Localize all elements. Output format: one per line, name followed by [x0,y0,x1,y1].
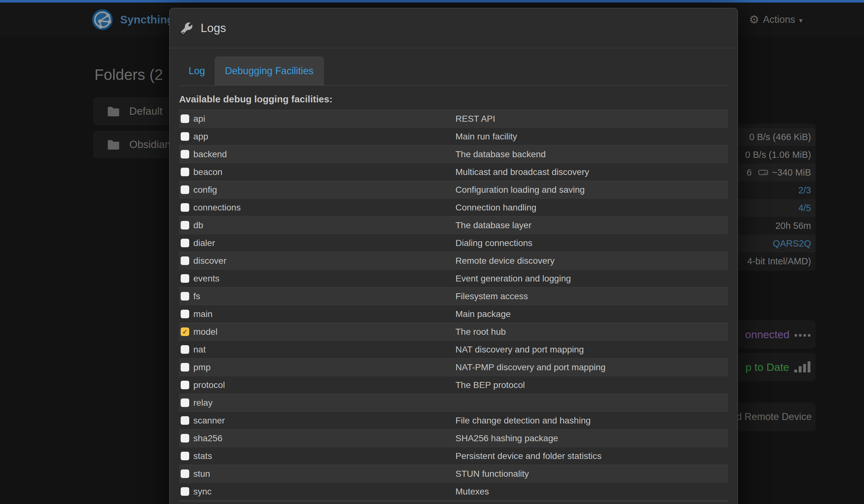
facility-name: stats [193,451,212,461]
facility-name: backend [193,149,227,159]
facility-description: Main run facility [455,132,728,142]
facility-description: Multicast and broadcast discovery [455,167,728,177]
facility-row: ✓modelThe root hub [179,323,728,340]
facility-row: dialerDialing connections [179,234,728,252]
facility-description: Persistent device and folder statistics [455,451,728,461]
facility-row: stunSTUN functionality [179,465,728,482]
facility-row: eventsEvent generation and logging [179,269,728,287]
facility-checkbox-backend[interactable] [181,150,189,158]
facility-name: stun [193,469,210,479]
facility-checkbox-api[interactable] [181,115,189,123]
facility-row: configConfiguration loading and saving [179,181,728,199]
facility-checkbox-stats[interactable] [181,452,189,460]
facility-row: mainMain package [179,305,728,323]
facility-name: sha256 [193,433,223,443]
facility-row: natNAT discovery and port mapping [179,340,728,358]
facility-description: NAT-PMP discovery and port mapping [455,362,728,372]
facility-row: fsFilesystem access [179,287,728,305]
facility-checkbox-events[interactable] [181,274,189,283]
facility-row: backendThe database backend [179,145,728,163]
facility-checkbox-dialer[interactable] [181,239,189,247]
facility-description: REST API [455,114,728,124]
facility-checkbox-beacon[interactable] [181,168,189,176]
facility-name-cell: fs [179,291,455,301]
facility-name-cell: api [179,114,455,124]
facility-description: Configuration loading and saving [455,185,728,195]
facility-name-cell: sync [179,487,455,497]
app-root: Syncthing ⚙ Actions ▾ Folders (2 Default… [0,0,864,504]
facility-checkbox-app[interactable] [181,132,189,141]
logs-modal: Logs Log Debugging Facilities Available … [169,8,738,504]
facility-description: STUN functionality [455,469,728,479]
facility-row: discoverRemote device discovery [179,252,728,269]
facility-row-partial [179,500,728,502]
facility-row: syncMutexes [179,482,728,500]
facility-row: beaconMulticast and broadcast discovery [179,163,728,181]
facility-description: Event generation and logging [455,274,728,284]
facility-description: Remote device discovery [455,256,728,266]
facility-name-cell: connections [179,203,455,213]
facility-row: apiREST API [179,110,728,128]
facility-checkbox-relay[interactable] [181,398,189,407]
facility-description: Mutexes [455,487,728,497]
facility-description: The database backend [455,149,728,159]
facility-name: beacon [193,167,223,177]
facility-checkbox-pmp[interactable] [181,363,189,372]
facility-checkbox-discover[interactable] [181,256,189,265]
facility-checkbox-stun[interactable] [181,469,189,478]
modal-title: Logs [201,22,226,35]
facility-name: fs [193,291,200,301]
facility-name: events [193,274,220,284]
facility-name-cell: ✓model [179,327,455,337]
facility-name: dialer [193,238,215,248]
modal-header: Logs [170,8,737,48]
facility-checkbox-sync[interactable] [181,487,189,496]
facility-name-cell: main [179,309,455,319]
facility-checkbox-connections[interactable] [181,203,189,212]
facility-name-cell: beacon [179,167,455,177]
facility-description: SHA256 hashing package [455,433,728,443]
facility-checkbox-db[interactable] [181,221,189,229]
facility-name-cell: discover [179,256,455,266]
facility-name-cell: app [179,132,455,142]
facility-name-cell: relay [179,398,455,408]
facility-description: Dialing connections [455,238,728,248]
facility-name: model [193,327,217,337]
facility-name: scanner [193,416,225,426]
facility-name-cell: nat [179,345,455,355]
facility-description: File change detection and hashing [455,416,728,426]
facility-checkbox-model[interactable]: ✓ [181,327,189,336]
facility-row: dbThe database layer [179,216,728,234]
facility-row: scannerFile change detection and hashing [179,411,728,429]
facility-name-cell: dialer [179,238,455,248]
facility-checkbox-nat[interactable] [181,345,189,354]
facility-checkbox-fs[interactable] [181,292,189,300]
facility-name-cell: stats [179,451,455,461]
facility-name: nat [193,345,206,355]
facility-checkbox-main[interactable] [181,310,189,318]
facility-description: The database layer [455,220,728,230]
tab-debugging-facilities[interactable]: Debugging Facilities [215,57,324,85]
facility-row: statsPersistent device and folder statis… [179,447,728,465]
facility-name-cell: backend [179,149,455,159]
facility-checkbox-sha256[interactable] [181,434,189,443]
facility-name: discover [193,256,226,266]
facility-name: relay [193,398,213,408]
wrench-icon [181,23,192,34]
facility-row: protocolThe BEP protocol [179,376,728,394]
facility-name: protocol [193,380,225,390]
facilities-table: apiREST APIappMain run facilitybackendTh… [179,110,728,502]
tab-log[interactable]: Log [179,57,215,85]
facility-checkbox-config[interactable] [181,185,189,194]
facility-checkbox-protocol[interactable] [181,381,189,389]
facility-row: pmpNAT-PMP discovery and port mapping [179,358,728,376]
facility-row: relay [179,394,728,411]
facility-name-cell: scanner [179,416,455,426]
facility-name: connections [193,203,241,213]
facility-name-cell: events [179,274,455,284]
modal-body: Log Debugging Facilities Available debug… [170,57,737,502]
facility-checkbox-scanner[interactable] [181,416,189,425]
facility-name-cell: db [179,220,455,230]
facility-name: app [193,132,208,142]
facility-row: connectionsConnection handling [179,199,728,216]
